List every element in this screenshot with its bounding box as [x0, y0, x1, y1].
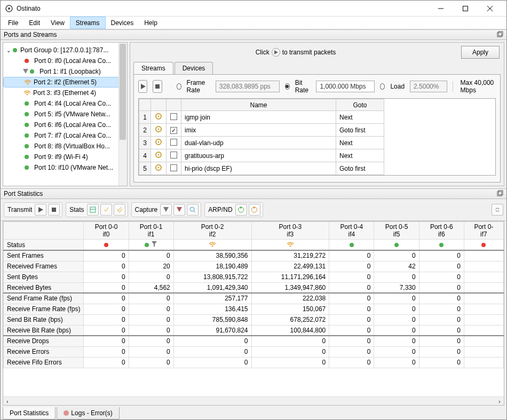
stats-col-header[interactable]: Port 0-6if6 [419, 222, 464, 240]
frame-rate-label: Frame Rate [187, 79, 210, 94]
stop-transmit-button[interactable] [153, 80, 162, 93]
arp-resolve-button[interactable] [235, 204, 247, 216]
stream-row[interactable]: 3dual-vlan-udpNext [139, 137, 384, 149]
svg-rect-3 [463, 6, 468, 11]
tree-item-port-6[interactable]: Port 6: if6 (Local Area Co... [3, 120, 127, 130]
port-tree[interactable]: ⌄Port Group 0: [127.0.0.1]:787...Port 0:… [3, 42, 128, 186]
bit-rate-input[interactable] [316, 81, 375, 92]
stats-col-header[interactable]: Port 0-if7 [464, 222, 503, 240]
stats-row-label: Receive Frame Rate (fps) [4, 304, 84, 314]
frame-rate-input[interactable] [216, 81, 280, 92]
gear-icon[interactable] [154, 163, 163, 172]
stats-col-header[interactable]: Port 0-3if3 [251, 222, 329, 240]
menu-file[interactable]: File [3, 17, 23, 29]
menu-edit[interactable]: Edit [23, 17, 45, 29]
gear-icon[interactable] [154, 138, 163, 146]
tree-scrollbar[interactable] [118, 43, 127, 186]
gear-icon[interactable] [154, 112, 163, 121]
status-dot-icon [25, 133, 29, 138]
stats-hscrollbar[interactable]: ‹› [3, 397, 504, 405]
start-transmit-button[interactable] [138, 80, 147, 93]
transmit-stop-button[interactable] [48, 204, 60, 216]
stream-row[interactable]: 5hi-prio (dscp EF)Goto first [139, 162, 384, 175]
stream-table[interactable]: NameGoto1igmp joinNext2imixGoto first3du… [139, 99, 384, 175]
stats-grid[interactable]: Port 0-0if0Port 0-1if1Port 0-2if2Port 0-… [3, 221, 504, 368]
stream-enable-checkbox[interactable] [170, 139, 177, 146]
stats-col-header[interactable]: Port 0-0if0 [84, 222, 129, 240]
tab-streams[interactable]: Streams [133, 62, 173, 74]
menu-view[interactable]: View [45, 17, 70, 29]
load-input[interactable] [410, 81, 447, 92]
arp-clear-button[interactable] [249, 204, 260, 216]
svg-rect-24 [497, 192, 502, 196]
frame-rate-radio[interactable] [177, 83, 181, 90]
svg-rect-7 [498, 31, 503, 36]
stream-enable-checkbox[interactable] [170, 164, 177, 171]
tree-item-port-10[interactable]: Port 10: if10 (VMware Net... [3, 162, 127, 173]
stream-row[interactable]: 4gratituous-arpNext [139, 149, 384, 162]
menu-streams[interactable]: Streams [70, 17, 106, 29]
chevron-down-icon[interactable]: ⌄ [5, 47, 12, 53]
undock-icon[interactable] [497, 31, 503, 39]
refresh-link-button[interactable] [492, 204, 503, 216]
tree-item-port-0[interactable]: Port 0: if0 (Local Area Co... [3, 56, 127, 66]
stats-row: Status [4, 240, 504, 251]
arpnd-group-label: ARP/ND [207, 206, 233, 213]
tree-item-port-1[interactable]: Port 1: if1 (Loopback) [3, 66, 127, 77]
tab-port-statistics[interactable]: Port Statistics [3, 407, 56, 419]
load-radio[interactable] [380, 83, 385, 90]
stats-view-button[interactable] [87, 204, 99, 216]
gear-icon[interactable] [154, 125, 163, 133]
menu-help[interactable]: Help [139, 17, 163, 29]
load-label: Load [390, 83, 405, 90]
tree-item-port-5[interactable]: Port 5: if5 (VMware Netw... [3, 109, 127, 120]
tab-logs-errors[interactable]: Logs - Error(s) [57, 407, 119, 419]
capture-start-button[interactable] [160, 204, 172, 216]
stats-col-header[interactable]: Port 0-4if4 [329, 222, 374, 240]
stats-clear-all-button[interactable] [114, 204, 125, 216]
undock-stats-icon[interactable] [497, 190, 503, 198]
svg-rect-25 [498, 191, 503, 195]
minimize-button[interactable] [429, 1, 453, 17]
tree-item-port-7[interactable]: Port 7: if7 (Local Area Co... [3, 130, 127, 141]
bit-rate-radio[interactable] [285, 83, 290, 90]
error-icon [64, 410, 69, 416]
stats-row-label: Received Bytes [4, 282, 84, 293]
status-dot-icon [30, 69, 34, 74]
stats-col-header[interactable]: Port 0-2if2 [173, 222, 251, 240]
gear-icon[interactable] [154, 150, 163, 159]
stream-enable-checkbox[interactable] [170, 127, 177, 134]
stream-enable-checkbox[interactable] [170, 152, 177, 159]
tree-item-port-2[interactable]: Port 2: if2 (Ethernet 5) [3, 77, 127, 88]
tab-devices[interactable]: Devices [175, 62, 213, 74]
maximize-button[interactable] [453, 1, 478, 17]
capture-view-button[interactable] [187, 204, 199, 216]
transmit-icon [22, 68, 29, 75]
capture-stop-button[interactable] [173, 204, 185, 216]
stats-clear-button[interactable] [100, 204, 112, 216]
tree-root[interactable]: ⌄Port Group 0: [127.0.0.1]:787... [3, 45, 127, 56]
close-button[interactable] [478, 1, 502, 17]
status-dot-icon [25, 101, 29, 106]
stream-enable-checkbox[interactable] [170, 113, 177, 120]
svg-point-23 [158, 167, 160, 169]
stream-pane: Click to transmit packets Apply Streams … [130, 42, 504, 186]
stats-col-header[interactable]: Port 0-1if1 [129, 222, 173, 240]
apply-button[interactable]: Apply [461, 46, 500, 59]
stats-col-header[interactable]: Port 0-5if5 [374, 222, 419, 240]
tree-item-port-3[interactable]: Port 3: if3 (Ethernet 4) [3, 88, 127, 98]
stats-row: Send Bit Rate (bps)00785,590,848678,252,… [4, 314, 504, 325]
tree-item-port-9[interactable]: Port 9: if9 (Wi-Fi 4) [3, 152, 127, 162]
capture-group-label: Capture [134, 206, 159, 213]
menu-devices[interactable]: Devices [106, 17, 139, 29]
svg-marker-30 [163, 207, 169, 212]
titlebar: Ostinato [1, 1, 506, 17]
svg-point-1 [8, 7, 10, 10]
stats-group-label: Stats [68, 206, 85, 213]
tree-item-port-8[interactable]: Port 8: if8 (VirtualBox Ho... [3, 141, 127, 152]
stream-row[interactable]: 1igmp joinNext [139, 111, 384, 124]
stream-row[interactable]: 2imixGoto first [139, 124, 384, 137]
tree-item-port-4[interactable]: Port 4: if4 (Local Area Co... [3, 98, 127, 109]
transmit-start-button[interactable] [35, 204, 46, 216]
svg-marker-11 [274, 50, 278, 54]
